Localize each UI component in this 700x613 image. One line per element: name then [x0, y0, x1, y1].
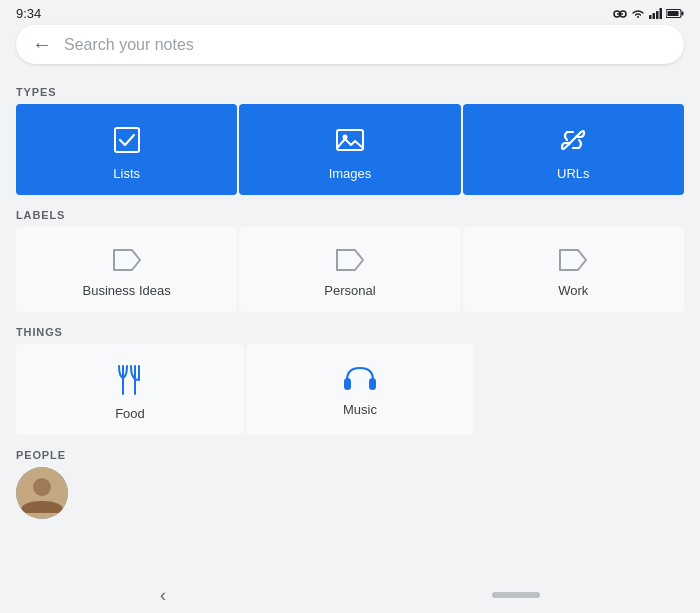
thing-label-food: Food: [115, 406, 145, 421]
type-card-lists[interactable]: Lists: [16, 104, 237, 195]
labels-section-header: LABELS: [0, 195, 700, 227]
svg-rect-6: [660, 8, 663, 19]
label-card-work[interactable]: Work: [463, 227, 684, 312]
type-card-images[interactable]: Images: [239, 104, 460, 195]
signal-icon: [649, 8, 662, 19]
battery-icon: [666, 8, 684, 19]
label-card-personal[interactable]: Personal: [239, 227, 460, 312]
label-icon-work: [558, 247, 588, 273]
things-section-header: THINGS: [0, 312, 700, 344]
svg-rect-10: [115, 128, 139, 152]
type-label-images: Images: [329, 166, 372, 181]
status-time: 9:34: [16, 6, 41, 21]
svg-rect-3: [649, 15, 652, 19]
type-label-lists: Lists: [113, 166, 140, 181]
search-bar[interactable]: ← Search your notes: [16, 25, 684, 64]
svg-rect-8: [682, 12, 684, 16]
status-icons: [613, 8, 684, 19]
svg-line-13: [569, 136, 577, 144]
wifi-icon: [631, 8, 645, 19]
types-section-header: TYPES: [0, 72, 700, 104]
thing-card-empty: [476, 344, 684, 435]
label-card-business-ideas[interactable]: Business Ideas: [16, 227, 237, 312]
types-row: Lists Images URLs: [16, 104, 684, 195]
music-icon: [343, 364, 377, 392]
image-icon: [334, 124, 366, 156]
labels-row: Business Ideas Personal Work: [16, 227, 684, 312]
link-status-icon: [613, 9, 627, 19]
back-chevron[interactable]: ‹: [160, 585, 166, 606]
url-link-icon: [557, 124, 589, 156]
checkbox-icon: [111, 124, 143, 156]
label-text-personal: Personal: [324, 283, 375, 298]
label-text-business-ideas: Business Ideas: [83, 283, 171, 298]
nav-pill: [492, 592, 540, 598]
svg-point-20: [33, 478, 51, 496]
svg-rect-5: [656, 11, 659, 19]
phone-screen: 9:34: [0, 0, 700, 613]
things-row: Food Music: [16, 344, 684, 435]
status-bar: 9:34: [0, 0, 700, 25]
avatar-image: [16, 467, 68, 519]
label-icon-personal: [335, 247, 365, 273]
svg-rect-17: [344, 378, 351, 390]
food-icon: [115, 364, 145, 396]
thing-card-food[interactable]: Food: [16, 344, 244, 435]
thing-label-music: Music: [343, 402, 377, 417]
people-section: [16, 467, 684, 519]
search-input[interactable]: Search your notes: [64, 36, 668, 54]
svg-rect-18: [369, 378, 376, 390]
type-label-urls: URLs: [557, 166, 590, 181]
bottom-nav: ‹: [0, 577, 700, 613]
thing-card-music[interactable]: Music: [246, 344, 474, 435]
back-button[interactable]: ←: [32, 33, 52, 56]
people-section-header: PEOPLE: [0, 435, 700, 467]
svg-rect-11: [337, 130, 363, 150]
svg-rect-4: [653, 13, 656, 19]
avatar[interactable]: [16, 467, 68, 519]
label-text-work: Work: [558, 283, 588, 298]
label-icon-business: [112, 247, 142, 273]
svg-rect-9: [668, 11, 679, 16]
type-card-urls[interactable]: URLs: [463, 104, 684, 195]
